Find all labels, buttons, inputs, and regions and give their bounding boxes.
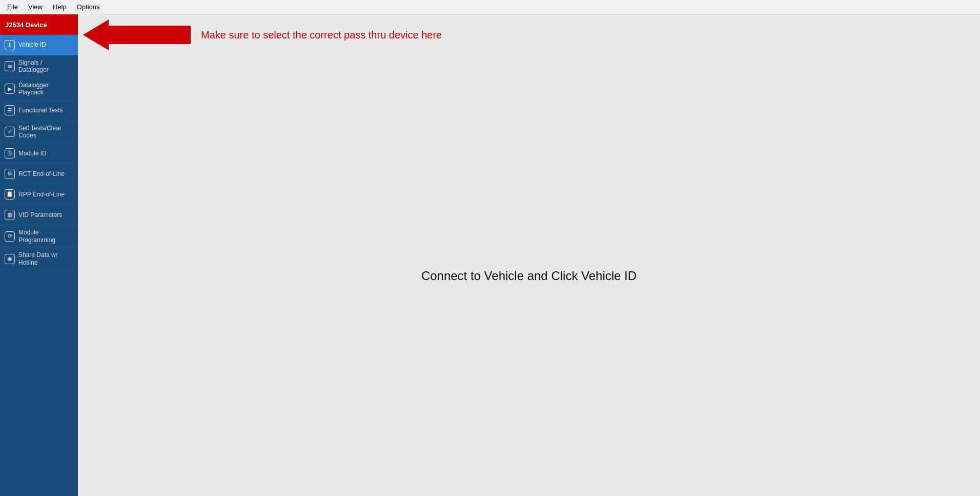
- functional-tests-icon: ☰: [4, 105, 15, 116]
- datalogger-playback-icon: ▶: [4, 83, 15, 94]
- sidebar: J2534 Device ℹVehicle ID≋Signals / Datal…: [0, 14, 78, 496]
- hint-text: Make sure to select the correct pass thr…: [201, 29, 442, 41]
- device-header: J2534 Device: [0, 14, 78, 35]
- sidebar-item-functional-tests[interactable]: ☰Functional Tests: [0, 101, 78, 121]
- module-programming-label: Module Programming: [18, 229, 74, 244]
- menu-view[interactable]: View: [23, 2, 48, 12]
- signals-datalogger-icon: ≋: [4, 61, 15, 72]
- sidebar-item-self-tests[interactable]: ✓Self Tests/Clear Codes: [0, 121, 78, 144]
- vid-parameters-label: VID Parameters: [18, 211, 62, 219]
- top-hint-bar: Make sure to select the correct pass thr…: [78, 14, 980, 55]
- functional-tests-label: Functional Tests: [18, 107, 63, 114]
- sidebar-item-datalogger-playback[interactable]: ▶Datalogger Playback: [0, 78, 78, 101]
- menu-file[interactable]: File: [2, 2, 23, 12]
- module-programming-icon: ⟳: [4, 231, 15, 242]
- center-message: Connect to Vehicle and Click Vehicle ID: [78, 55, 980, 496]
- datalogger-playback-label: Datalogger Playback: [18, 82, 74, 96]
- menubar: File View Help Options: [0, 0, 980, 14]
- sidebar-item-module-id[interactable]: ◎Module ID: [0, 143, 78, 164]
- sidebar-item-rpp-eol[interactable]: 📋RPP End-of-Line: [0, 184, 78, 205]
- module-id-label: Module ID: [18, 150, 47, 157]
- rct-eol-label: RCT End-of-Line: [18, 170, 65, 177]
- sidebar-item-vehicle-id[interactable]: ℹVehicle ID: [0, 35, 78, 55]
- rpp-eol-label: RPP End-of-Line: [18, 191, 65, 198]
- arrow-container: [83, 19, 191, 50]
- self-tests-icon: ✓: [4, 126, 15, 137]
- share-data-hotline-icon: ◉: [4, 253, 15, 265]
- vid-parameters-icon: ▦: [4, 209, 15, 221]
- nav-list: ℹVehicle ID≋Signals / Datalogger▶Datalog…: [0, 35, 78, 270]
- rpp-eol-icon: 📋: [4, 189, 15, 200]
- main-message-text: Connect to Vehicle and Click Vehicle ID: [421, 269, 637, 283]
- sidebar-item-signals-datalogger[interactable]: ≋Signals / Datalogger: [0, 55, 78, 78]
- main-layout: J2534 Device ℹVehicle ID≋Signals / Datal…: [0, 14, 980, 496]
- signals-datalogger-label: Signals / Datalogger: [18, 59, 74, 74]
- rct-eol-icon: ⚙: [4, 168, 15, 180]
- self-tests-label: Self Tests/Clear Codes: [18, 125, 74, 140]
- content-area: Make sure to select the correct pass thr…: [78, 14, 980, 496]
- sidebar-item-vid-parameters[interactable]: ▦VID Parameters: [0, 205, 78, 225]
- share-data-hotline-label: Share Data w/ Hotline: [18, 251, 74, 266]
- arrow-head-icon: [83, 19, 109, 50]
- sidebar-item-share-data-hotline[interactable]: ◉Share Data w/ Hotline: [0, 248, 78, 270]
- sidebar-item-rct-eol[interactable]: ⚙RCT End-of-Line: [0, 164, 78, 184]
- arrow-shaft: [109, 26, 191, 44]
- vehicle-id-label: Vehicle ID: [18, 41, 46, 48]
- vehicle-id-icon: ℹ: [4, 39, 15, 51]
- menu-help[interactable]: Help: [48, 2, 72, 12]
- menu-options[interactable]: Options: [72, 2, 105, 12]
- sidebar-item-module-programming[interactable]: ⟳Module Programming: [0, 225, 78, 248]
- module-id-icon: ◎: [4, 148, 15, 159]
